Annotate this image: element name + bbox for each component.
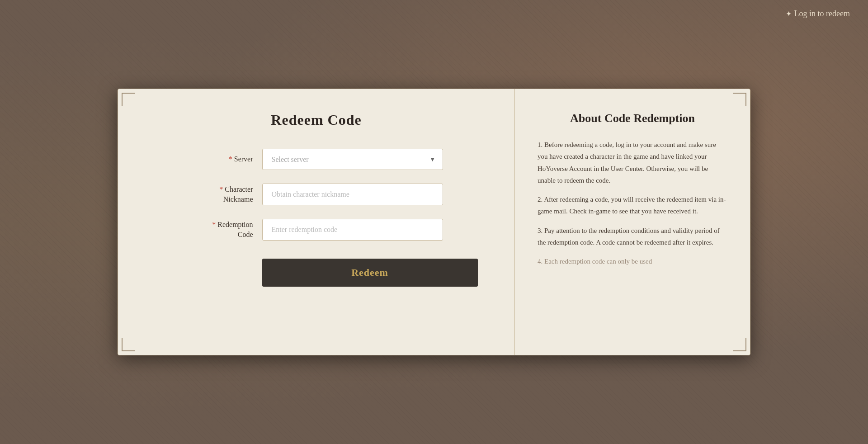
nickname-input[interactable]	[262, 184, 443, 205]
corner-decoration-bl	[122, 335, 138, 351]
nickname-required-star: *	[219, 185, 223, 193]
corner-decoration-tr	[730, 93, 746, 109]
server-select-wrapper: Select server Asia America Europe SAR ▼	[262, 149, 443, 170]
login-link[interactable]: ✦ Log in to redeem	[786, 9, 850, 19]
nickname-input-wrapper	[262, 184, 443, 205]
server-required-star: *	[229, 155, 232, 163]
redeem-form-panel: Redeem Code *Server Select server Asia A…	[118, 89, 515, 355]
code-input-wrapper	[262, 219, 443, 241]
corner-decoration-br	[730, 335, 746, 351]
login-label: Log in to redeem	[794, 9, 850, 19]
nickname-row: *CharacterNickname	[190, 184, 443, 205]
server-select[interactable]: Select server Asia America Europe SAR	[262, 149, 443, 170]
form-section: *Server Select server Asia America Europ…	[190, 149, 443, 287]
code-input[interactable]	[262, 219, 443, 241]
about-item-1: 1. Before redeeming a code, log in to yo…	[538, 139, 727, 186]
form-title: Redeem Code	[271, 112, 361, 128]
code-label: *RedemptionCode	[190, 220, 253, 240]
about-panel: About Code Redemption 1. Before redeemin…	[515, 89, 750, 355]
nickname-label: *CharacterNickname	[190, 184, 253, 205]
about-item-3: 3. Pay attention to the redemption condi…	[538, 225, 727, 249]
redeem-button[interactable]: Redeem	[262, 259, 478, 287]
code-row: *RedemptionCode	[190, 219, 443, 241]
about-item-2: 2. After redeeming a code, you will rece…	[538, 194, 727, 217]
about-title: About Code Redemption	[538, 112, 727, 125]
server-label: *Server	[190, 154, 253, 164]
about-item-4: 4. Each redemption code can only be used	[538, 255, 727, 267]
redeem-modal: Redeem Code *Server Select server Asia A…	[118, 89, 750, 355]
code-required-star: *	[212, 221, 216, 228]
about-text: 1. Before redeeming a code, log in to yo…	[538, 139, 727, 267]
corner-decoration-tl	[122, 93, 138, 109]
star-icon: ✦	[786, 9, 792, 18]
server-row: *Server Select server Asia America Europ…	[190, 149, 443, 170]
